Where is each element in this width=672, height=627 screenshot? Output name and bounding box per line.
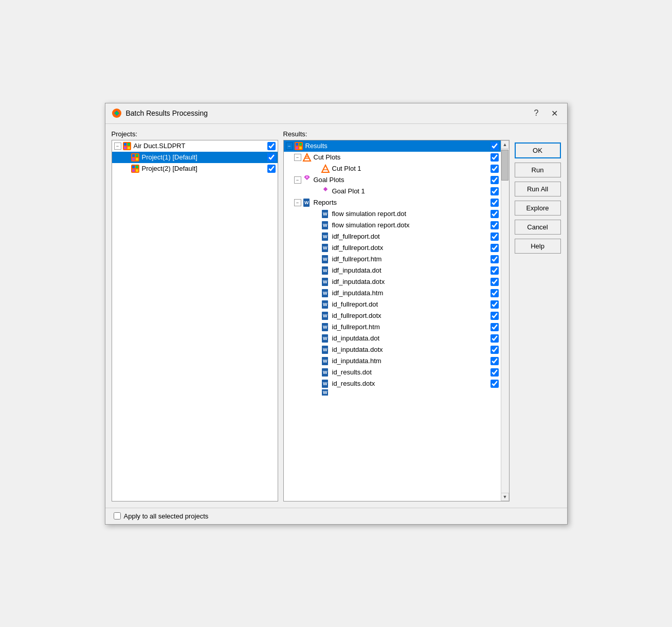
projects-tree[interactable]: − Air Duct.SLDPRT: [112, 140, 278, 501]
expand-reports[interactable]: −: [294, 199, 301, 206]
tree-item-cut-plot-1[interactable]: Cut Plot 1: [284, 163, 501, 174]
expand-goal-plots[interactable]: −: [294, 176, 301, 184]
expand-air-duct[interactable]: −: [114, 142, 121, 150]
tree-item-project1[interactable]: Project(1) [Default]: [112, 152, 278, 163]
tree-item-idf-fullreport-dotx[interactable]: W idf_fullreport.dotx: [284, 242, 501, 254]
scroll-down-arrow[interactable]: ▼: [501, 493, 509, 501]
idf-inputdata-htm-checkbox[interactable]: [491, 289, 499, 297]
tree-item-project2[interactable]: Project(2) [Default]: [112, 163, 278, 174]
svg-rect-11: [136, 158, 138, 160]
svg-rect-8: [132, 154, 135, 157]
idf-inputdata-dot-label: idf_inputdata.dot: [332, 266, 488, 274]
help-button[interactable]: ?: [531, 108, 542, 119]
tree-item-idf-inputdata-dotx[interactable]: W idf_inputdata.dotx: [284, 276, 501, 288]
id-results-dot-checkbox[interactable]: [491, 368, 499, 377]
tree-item-results[interactable]: − Results: [284, 140, 501, 152]
id-inputdata-dotx-checkbox[interactable]: [491, 346, 499, 354]
expand-cut-plots[interactable]: −: [294, 154, 301, 161]
id-results-dotx-checkbox[interactable]: [491, 380, 499, 388]
project1-checkbox[interactable]: [267, 153, 276, 162]
id-fullreport-dot-label: id_fullreport.dot: [332, 300, 488, 308]
apply-all-checkbox[interactable]: [114, 512, 121, 519]
expand-results[interactable]: −: [286, 142, 293, 150]
tree-item-goal-plot-1[interactable]: Goal Plot 1: [284, 186, 501, 197]
svg-rect-15: [132, 169, 135, 172]
idf-inputdata-dotx-checkbox[interactable]: [491, 278, 499, 286]
cut-plot-1-label: Cut Plot 1: [332, 165, 488, 172]
svg-rect-21: [299, 147, 302, 149]
flow-sim-dot-checkbox[interactable]: [491, 210, 499, 218]
expand-placeholder-fsdx: [313, 222, 320, 229]
svg-text:W: W: [323, 370, 328, 375]
tree-item-id-fullreport-dotx[interactable]: W id_fullreport.dotx: [284, 310, 501, 321]
goal-plot-1-checkbox[interactable]: [491, 187, 499, 195]
results-panel: Results: − Results: [283, 130, 510, 501]
tree-item-id-inputdata-dot[interactable]: W id_inputdata.dot: [284, 333, 501, 344]
idf-inputdata-dot-checkbox[interactable]: [491, 266, 499, 275]
tree-item-id-inputdata-htm[interactable]: W id_inputdata.htm: [284, 355, 501, 367]
tree-item-air-duct[interactable]: − Air Duct.SLDPRT: [112, 140, 278, 152]
id-fullreport-dot-checkbox[interactable]: [491, 300, 499, 309]
tree-item-id-results-dotx[interactable]: W id_results.dotx: [284, 378, 501, 389]
run-all-button[interactable]: Run All: [515, 182, 561, 196]
id-inputdata-htm-checkbox[interactable]: [491, 357, 499, 365]
air-duct-checkbox[interactable]: [267, 142, 276, 150]
tree-item-idf-inputdata-htm[interactable]: W idf_inputdata.htm: [284, 288, 501, 299]
tree-item-id-fullreport-htm[interactable]: W id_fullreport.htm: [284, 321, 501, 333]
results-tree[interactable]: − Results −: [284, 140, 501, 501]
svg-point-1: [115, 112, 118, 115]
tree-item-goal-plots[interactable]: − Goal Plots: [284, 174, 501, 186]
word-doc-icon-2: W: [321, 221, 330, 230]
id-fullreport-dotx-checkbox[interactable]: [491, 312, 499, 320]
svg-text:W: W: [323, 390, 328, 395]
tree-item-idf-fullreport-dot[interactable]: W idf_fullreport.dot: [284, 231, 501, 242]
dialog-title: Batch Results Processing: [126, 109, 208, 117]
tree-item-id-inputdata-dotx[interactable]: W id_inputdata.dotx: [284, 344, 501, 355]
id-inputdata-dot-checkbox[interactable]: [491, 334, 499, 343]
expand-placeholder-partial: [313, 389, 320, 396]
app-icon: [112, 108, 122, 118]
goal-plot-item-icon: [321, 187, 330, 196]
svg-text:W: W: [323, 279, 328, 284]
project1-icon: [131, 153, 140, 162]
goal-plots-checkbox[interactable]: [491, 176, 499, 184]
cut-plots-checkbox[interactable]: [491, 153, 499, 162]
dialog-body: Projects: − Air Duct.SLDPRT: [105, 124, 567, 508]
flow-sim-dotx-checkbox[interactable]: [491, 221, 499, 229]
cancel-button[interactable]: Cancel: [515, 220, 561, 235]
word-doc-icon-13: W: [321, 345, 330, 354]
idf-fullreport-dotx-checkbox[interactable]: [491, 244, 499, 252]
project2-checkbox[interactable]: [267, 165, 276, 173]
scroll-thumb[interactable]: [501, 150, 508, 181]
expand-placeholder-iih: [313, 290, 320, 297]
run-button[interactable]: Run: [515, 163, 561, 177]
explore-button[interactable]: Explore: [515, 201, 561, 216]
cut-plot-1-checkbox[interactable]: [491, 165, 499, 173]
tree-item-reports[interactable]: − W Reports: [284, 197, 501, 208]
ok-button[interactable]: OK: [515, 142, 561, 158]
help-dialog-button[interactable]: Help: [515, 239, 561, 254]
results-scrollbar[interactable]: ▲ ▼: [501, 140, 509, 501]
expand-placeholder-idfdx: [313, 312, 320, 319]
word-doc-icon-16: W: [321, 379, 330, 388]
tree-item-flow-sim-dotx[interactable]: W flow simulation report.dotx: [284, 220, 501, 231]
id-fullreport-htm-checkbox[interactable]: [491, 323, 499, 331]
tree-item-id-fullreport-dot[interactable]: W id_fullreport.dot: [284, 299, 501, 310]
idf-fullreport-htm-checkbox[interactable]: [491, 255, 499, 263]
projects-label: Projects:: [112, 130, 278, 138]
svg-text:W: W: [323, 257, 328, 262]
tree-item-flow-sim-dot[interactable]: W flow simulation report.dot: [284, 208, 501, 220]
reports-checkbox[interactable]: [491, 199, 499, 207]
idf-inputdata-htm-label: idf_inputdata.htm: [332, 289, 488, 297]
results-checkbox[interactable]: [491, 142, 499, 150]
idf-fullreport-dot-checkbox[interactable]: [491, 232, 499, 241]
close-button[interactable]: ✕: [548, 108, 561, 119]
tree-item-id-results-dot[interactable]: W id_results.dot: [284, 367, 501, 378]
goal-plots-icon: [302, 175, 312, 185]
tree-item-idf-fullreport-htm[interactable]: W idf_fullreport.htm: [284, 254, 501, 265]
svg-text:W: W: [323, 268, 328, 273]
tree-item-cut-plots[interactable]: − Cut Plots: [284, 152, 501, 163]
tree-item-partial[interactable]: W: [284, 389, 501, 396]
tree-item-idf-inputdata-dot[interactable]: W idf_inputdata.dot: [284, 265, 501, 276]
scroll-up-arrow[interactable]: ▲: [501, 140, 509, 149]
